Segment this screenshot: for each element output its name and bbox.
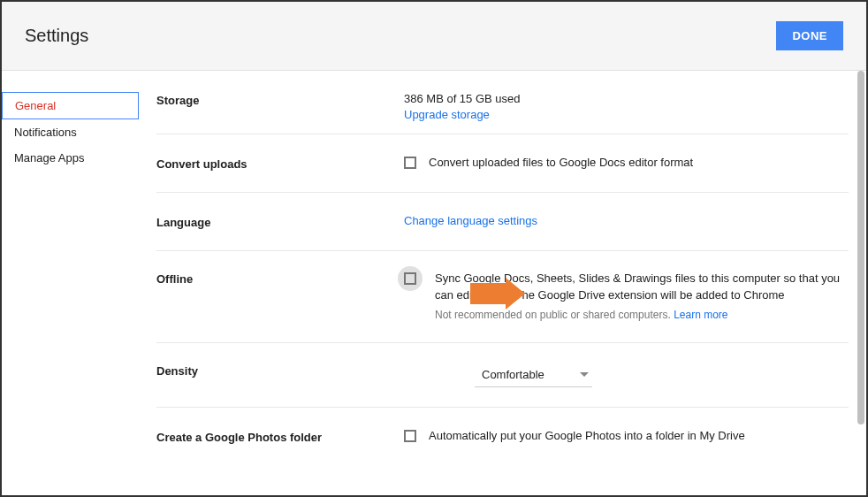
offline-text-block: Sync Google Docs, Sheets, Slides & Drawi… [435, 271, 849, 323]
density-label: Density [156, 363, 404, 387]
storage-content: 386 MB of 15 GB used Upgrade storage [404, 92, 849, 121]
dialog-header: Settings DONE [2, 2, 866, 71]
storage-usage: 386 MB of 15 GB used [404, 92, 849, 105]
section-storage: Storage 386 MB of 15 GB used Upgrade sto… [156, 92, 849, 134]
photos-checkbox[interactable] [404, 430, 416, 442]
scrollbar[interactable] [857, 71, 864, 495]
density-content: Comfortable [404, 363, 849, 387]
sidebar-item-manage-apps[interactable]: Manage Apps [2, 145, 139, 171]
photos-label: Create a Google Photos folder [156, 429, 404, 444]
language-link[interactable]: Change language settings [404, 214, 537, 227]
section-convert: Convert uploads Convert uploaded files t… [156, 134, 849, 193]
convert-checkbox[interactable] [404, 157, 416, 169]
sidebar-item-general[interactable]: General [2, 92, 139, 119]
photos-text: Automatically put your Google Photos int… [429, 429, 745, 442]
section-photos: Create a Google Photos folder Automatica… [156, 408, 849, 465]
sidebar: General Notifications Manage Apps [2, 71, 139, 495]
density-value: Comfortable [482, 368, 544, 381]
sidebar-item-notifications[interactable]: Notifications [2, 119, 139, 145]
section-offline: Offline Sync Google Docs, Sheets, Slides… [156, 251, 849, 343]
offline-label: Offline [156, 271, 404, 323]
language-content: Change language settings [404, 214, 849, 229]
upgrade-storage-link[interactable]: Upgrade storage [404, 108, 490, 121]
offline-checkbox-highlight [398, 266, 423, 291]
convert-text: Convert uploaded files to Google Docs ed… [429, 156, 693, 169]
language-label: Language [156, 214, 404, 229]
density-dropdown[interactable]: Comfortable [475, 363, 592, 387]
dialog-title: Settings [25, 26, 88, 46]
section-density: Density Comfortable [156, 343, 849, 408]
offline-content: Sync Google Docs, Sheets, Slides & Drawi… [404, 271, 849, 323]
storage-label: Storage [156, 92, 404, 121]
photos-content: Automatically put your Google Photos int… [404, 429, 849, 444]
convert-label: Convert uploads [156, 156, 404, 171]
offline-checkbox[interactable] [404, 272, 416, 285]
section-language: Language Change language settings [156, 193, 849, 251]
done-button[interactable]: DONE [776, 21, 843, 50]
offline-subtext-row: Not recommended on public or shared comp… [435, 308, 849, 323]
settings-main: Storage 386 MB of 15 GB used Upgrade sto… [139, 71, 866, 495]
scrollbar-thumb[interactable] [857, 71, 864, 424]
chevron-down-icon [580, 372, 589, 377]
offline-text: Sync Google Docs, Sheets, Slides & Drawi… [435, 271, 840, 302]
convert-content: Convert uploaded files to Google Docs ed… [404, 156, 849, 171]
dialog-body: General Notifications Manage Apps Storag… [2, 71, 866, 495]
settings-dialog: Settings DONE General Notifications Mana… [0, 0, 868, 497]
offline-learn-more-link[interactable]: Learn more [674, 309, 727, 321]
offline-subtext: Not recommended on public or shared comp… [435, 309, 674, 321]
